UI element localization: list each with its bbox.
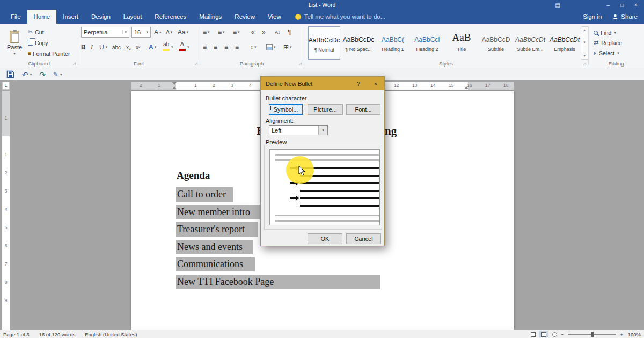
hanging-indent-marker[interactable] [172,86,177,89]
replace-button[interactable]: ⇄ Replace [594,38,622,47]
document-title-fragment[interactable]: ng [385,124,397,138]
line-spacing-button[interactable]: ↕▾ [250,42,257,53]
style-card-title[interactable]: AaB Title [445,26,478,60]
first-line-indent-marker[interactable] [172,82,177,85]
gallery-more-icon[interactable]: ▾ [583,53,586,58]
qat-dropdown-icon[interactable]: ▾ [60,72,62,77]
paragraph-dialog-launcher[interactable]: ◿ [299,62,302,66]
zoom-in-button[interactable]: + [618,332,625,337]
tab-references[interactable]: References [148,10,193,24]
style-card-subtle-emphasis[interactable]: AaBbCcDt Subtle Em... [514,26,546,60]
grow-font-button[interactable]: A▴ [154,27,162,38]
ok-button[interactable]: OK [308,233,342,244]
font-size-combo[interactable]: 16 ▾ [131,27,151,38]
list-item[interactable]: Call to order [176,187,233,202]
shrink-font-button[interactable]: A▾ [166,27,172,38]
ribbon-display-options-button[interactable]: ▤ [551,2,565,8]
symbol-button[interactable]: Symbol... [269,104,303,115]
justify-button[interactable]: ≡ [235,42,239,53]
tab-home[interactable]: Home [27,10,57,24]
list-item[interactable]: News and events [176,240,253,254]
sign-in-link[interactable]: Sign in [583,13,602,20]
customize-qat-button[interactable]: ✎ ▾ [53,71,62,78]
font-color-button[interactable]: A [179,41,186,52]
list-item[interactable]: New TTI Facebook Page [176,275,380,289]
increase-indent-button[interactable]: » [262,27,266,38]
align-left-button[interactable]: ≡ [203,42,207,53]
picture-button[interactable]: Picture... [308,104,343,115]
page-count[interactable]: Page 1 of 3 [3,332,30,337]
cut-button[interactable]: ✂ Cut [28,27,44,36]
decrease-indent-button[interactable]: « [251,27,255,38]
zoom-slider[interactable] [568,334,616,335]
selected-text[interactable]: New TTI Facebook Page [176,275,380,289]
language-status[interactable]: English (United States) [85,332,137,337]
underline-dropdown[interactable]: ▾ [106,42,108,53]
zoom-percentage[interactable]: 100% [625,332,641,337]
web-layout-button[interactable] [550,331,559,337]
vertical-ruler[interactable]: 1 1 2 3 4 5 6 7 8 9 [2,91,10,330]
shading-button[interactable]: ▾ [266,42,276,53]
numbering-button[interactable]: ≡▾ [218,27,225,38]
style-card-subtitle[interactable]: AaBbCcD Subtitle [480,26,512,60]
dialog-help-button[interactable]: ? [350,77,367,90]
italic-button[interactable]: I [91,42,93,53]
format-painter-button[interactable]: Format Painter [28,49,70,58]
change-case-button[interactable]: Aa▾ [178,27,188,38]
alignment-dropdown[interactable]: Left ▾ [269,125,328,135]
list-item[interactable]: New member intro [176,205,270,219]
font-button[interactable]: Font... [346,104,380,115]
selected-text[interactable]: Call to order [176,187,233,202]
style-card-normal[interactable]: AaBbCcDc ¶ Normal [308,26,340,60]
dialog-title-bar[interactable]: Define New Bullet ? × [261,77,384,90]
font-size-dropdown-icon[interactable]: ▾ [144,30,148,34]
zoom-slider-thumb[interactable] [591,332,594,337]
tab-design[interactable]: Design [85,10,117,24]
dialog-close-button[interactable]: × [367,77,384,90]
minimize-button[interactable]: – [601,2,615,8]
restore-button[interactable]: □ [615,2,629,8]
find-button[interactable]: Find ▾ [594,28,616,37]
tell-me-box[interactable]: Tell me what you want to do... [295,10,386,24]
font-name-combo[interactable]: Perpetua ▾ [81,27,129,38]
styles-dialog-launcher[interactable]: ◿ [583,62,586,66]
highlight-dropdown[interactable]: ▾ [171,42,173,53]
undo-button[interactable]: ↶ ▾ [22,71,32,78]
gallery-scroll-up-icon[interactable]: ▴ [583,28,586,32]
list-item[interactable]: Treasurer's report [176,222,258,237]
share-button[interactable]: Share [612,13,638,20]
clipboard-dialog-launcher[interactable]: ◿ [73,62,76,66]
strikethrough-button[interactable]: abc [112,42,121,53]
borders-button[interactable]: ⊞▾ [283,42,292,53]
document-heading[interactable]: Agenda [177,170,210,181]
tab-mailings[interactable]: Mailings [193,10,228,24]
print-layout-button[interactable] [539,331,548,337]
tab-layout[interactable]: Layout [117,10,149,24]
alignment-dropdown-icon[interactable]: ▾ [318,126,327,135]
multilevel-list-button[interactable]: ≡▾ [233,27,240,38]
font-color-dropdown[interactable]: ▾ [187,42,189,53]
copy-button[interactable]: Copy [28,38,48,47]
text-effects-button[interactable]: A▾ [149,42,156,53]
selected-text[interactable]: News and events [176,240,253,254]
selected-text[interactable]: Communications [176,257,255,271]
tab-review[interactable]: Review [228,10,261,24]
font-name-dropdown-icon[interactable]: ▾ [122,30,127,34]
sort-button[interactable]: A↓ [275,27,281,38]
undo-dropdown-icon[interactable]: ▾ [30,72,32,77]
style-card-emphasis[interactable]: AaBbCcDt Emphasis [548,26,581,60]
style-card-heading2[interactable]: AaBbCcI Heading 2 [411,26,443,60]
read-mode-button[interactable] [528,331,538,337]
bold-button[interactable]: B [81,42,86,53]
paste-dropdown-icon[interactable]: ▾ [13,52,16,56]
close-button[interactable]: × [629,2,643,8]
align-right-button[interactable]: ≡ [224,42,228,53]
align-center-button[interactable]: ≡ [214,42,217,53]
styles-gallery-scrollbar[interactable]: ▴ ▾ ▾ [581,26,588,60]
underline-button[interactable]: U [99,42,104,53]
select-button[interactable]: Select ▾ [594,48,619,57]
redo-button[interactable]: ↷ [39,71,46,78]
right-indent-marker[interactable] [464,86,469,89]
font-dialog-launcher[interactable]: ◿ [195,62,197,66]
tab-view[interactable]: View [261,10,288,24]
